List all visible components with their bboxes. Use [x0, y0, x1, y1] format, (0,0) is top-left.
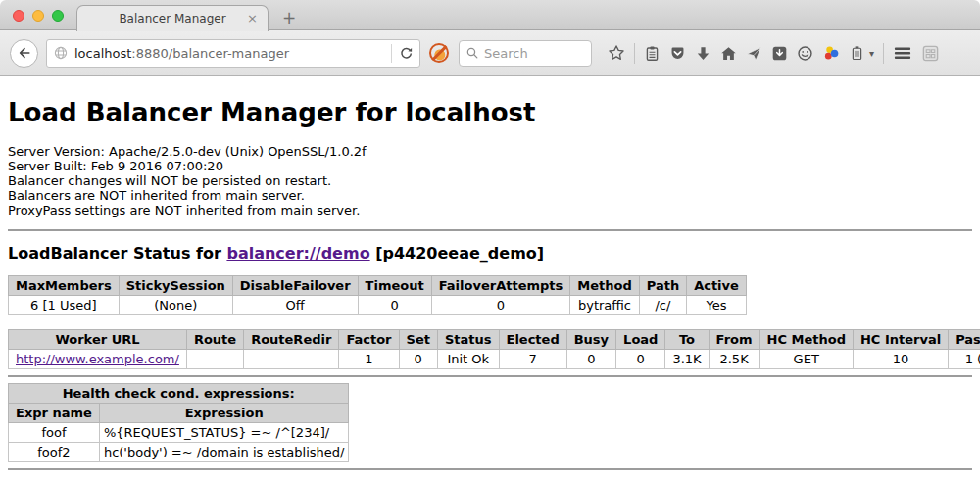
cell-active: Yes [687, 296, 747, 315]
globe-icon [53, 45, 69, 61]
url-domain: localhost [74, 46, 131, 61]
heading-prefix: LoadBalancer Status for [8, 244, 226, 263]
cell-set: 0 [399, 350, 437, 369]
column-header: FailoverAttempts [431, 276, 570, 296]
close-window-button[interactable] [13, 10, 24, 22]
cell-stickysession: (None) [119, 296, 232, 315]
toolbar-icons: ▾ [608, 43, 940, 64]
health-check-table: Health check cond. expressions: Expr nam… [8, 383, 349, 462]
search-input[interactable]: Search [459, 40, 592, 67]
extension-dots-icon[interactable] [822, 44, 841, 63]
table-row: foof %{REQUEST_STATUS} =~ /^[234]/ [9, 423, 349, 443]
section-divider [8, 229, 972, 231]
tab-bar: Balancer Manager × + [0, 0, 980, 30]
tab-title: Balancer Manager [119, 12, 225, 25]
cell-hc-method: GET [760, 350, 853, 369]
tab-balancer-manager[interactable]: Balancer Manager × [76, 5, 269, 31]
column-header: Expr name [9, 404, 100, 423]
table-header-row: MaxMembers StickySession DisableFailover… [9, 276, 747, 296]
url-text[interactable]: localhost:8880/balancer-manager [74, 46, 384, 61]
bookmark-star-icon[interactable] [608, 44, 625, 62]
column-header: Worker URL [9, 330, 187, 350]
balancer-status-heading: LoadBalancer Status for balancer://demo … [8, 244, 972, 263]
cell-expression: hc('body') =~ /domain is established/ [99, 443, 349, 462]
search-icon [466, 46, 479, 60]
send-plane-icon[interactable] [746, 45, 762, 62]
cell-disablefailover: Off [232, 296, 358, 315]
cell-expr-name: foof2 [9, 443, 100, 462]
browser-window: Balancer Manager × + localhost:8880/bala… [0, 0, 980, 481]
note-line: Balancers are NOT inherited from main se… [8, 188, 972, 203]
cell-method: bytraffic [570, 296, 639, 315]
worker-row: http://www.example.com/ 1 0 Init Ok 7 0 … [9, 350, 980, 369]
downloads-panel-icon[interactable] [771, 45, 788, 62]
column-header: DisableFailover [232, 276, 358, 296]
container-icon[interactable] [850, 45, 864, 62]
table-row: foof2 hc('body') =~ /domain is establish… [9, 443, 349, 462]
balancer-link[interactable]: balancer://demo [226, 244, 369, 263]
chevron-down-icon[interactable]: ▾ [869, 48, 874, 59]
new-tab-button[interactable]: + [282, 8, 296, 27]
column-header: Expression [99, 404, 349, 423]
url-path: :8880/balancer-manager [131, 46, 289, 61]
heading-suffix: [p4420eeae_demo] [370, 244, 545, 263]
search-placeholder: Search [484, 46, 528, 61]
menu-hamburger-icon[interactable] [893, 44, 912, 62]
minimize-window-button[interactable] [32, 10, 44, 22]
server-info: Server Version: Apache/2.5.0-dev (Unix) … [8, 144, 972, 217]
cell-path: /c/ [639, 296, 686, 315]
back-button[interactable] [10, 39, 38, 68]
page-bottom-divider [8, 468, 972, 470]
url-bar[interactable]: localhost:8880/balancer-manager [46, 39, 420, 68]
tab-groups-icon[interactable] [921, 44, 940, 63]
section-divider [8, 375, 972, 377]
column-header: Method [570, 276, 639, 296]
column-header: Factor [339, 330, 399, 350]
table-header-row: Worker URL Route RouteRedir Factor Set S… [9, 330, 980, 350]
cell-expr-name: foof [9, 423, 100, 443]
column-header: RouteRedir [244, 330, 339, 350]
cell-busy: 0 [566, 350, 615, 369]
window-controls [13, 10, 64, 22]
column-header: Active [687, 276, 747, 296]
content-blocked-icon[interactable] [429, 43, 449, 63]
note-line: ProxyPass settings are NOT inherited fro… [8, 203, 972, 217]
reload-icon[interactable] [399, 46, 414, 61]
home-icon[interactable] [720, 45, 737, 62]
column-header: Timeout [358, 276, 431, 296]
close-tab-icon[interactable]: × [247, 11, 258, 25]
zoom-window-button[interactable] [52, 10, 64, 22]
column-header: Elected [499, 330, 566, 350]
reading-list-icon[interactable] [644, 45, 661, 62]
column-header: HC Interval [853, 330, 948, 350]
urlbar-divider [391, 44, 392, 63]
cell-load: 0 [616, 350, 665, 369]
column-header: From [709, 330, 760, 350]
balancer-status-table: MaxMembers StickySession DisableFailover… [8, 275, 747, 315]
note-line: Balancer changes will NOT be persisted o… [8, 173, 972, 188]
table-title-row: Health check cond. expressions: [9, 384, 349, 404]
cell-worker-url: http://www.example.com/ [9, 350, 187, 369]
worker-status-table: Worker URL Route RouteRedir Factor Set S… [8, 329, 980, 369]
cell-passes: 1 (0) [949, 350, 980, 369]
worker-url-link[interactable]: http://www.example.com/ [16, 352, 179, 366]
cell-failoverattempts: 0 [431, 296, 570, 315]
server-built-line: Server Built: Feb 9 2016 07:00:20 [8, 159, 972, 173]
toolbar-divider [883, 43, 884, 64]
table-header-row: Expr name Expression [9, 404, 349, 423]
column-header: Passes [949, 330, 980, 350]
column-header: Status [437, 330, 499, 350]
cell-hc-interval: 10 [853, 350, 948, 369]
feedback-smiley-icon[interactable] [797, 45, 813, 62]
health-table-title: Health check cond. expressions: [9, 384, 349, 404]
download-arrow-icon[interactable] [695, 45, 711, 62]
pocket-icon[interactable] [669, 45, 686, 62]
column-header: Path [639, 276, 686, 296]
page-title: Load Balancer Manager for localhost [8, 76, 972, 127]
cell-from: 2.5K [709, 350, 760, 369]
table-row: 6 [1 Used] (None) Off 0 0 bytraffic /c/ … [9, 296, 747, 315]
page-content: Load Balancer Manager for localhost Serv… [0, 76, 980, 481]
column-header: Busy [566, 330, 615, 350]
cell-timeout: 0 [358, 296, 431, 315]
column-header: StickySession [119, 276, 232, 296]
